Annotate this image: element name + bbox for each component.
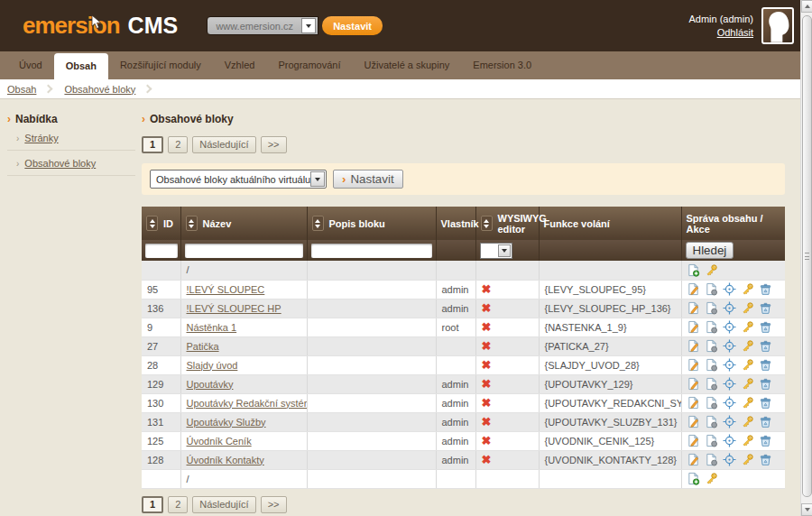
- block-link[interactable]: Úvodník Ceník: [187, 436, 252, 447]
- select-arrow-icon[interactable]: [498, 244, 511, 257]
- target-icon[interactable]: [723, 434, 736, 447]
- page-copy-icon[interactable]: [705, 415, 718, 428]
- target-icon[interactable]: [723, 339, 736, 353]
- sort-icon[interactable]: [146, 216, 158, 231]
- block-link[interactable]: Slajdy úvod: [187, 360, 238, 371]
- key-icon[interactable]: [741, 453, 754, 466]
- page-edit-icon[interactable]: [687, 282, 700, 296]
- block-link[interactable]: Úvodník Kontakty: [187, 455, 264, 465]
- tab-obsah[interactable]: Obsah: [54, 53, 108, 79]
- bin-icon[interactable]: [759, 377, 772, 391]
- last-page-button[interactable]: >>: [261, 136, 287, 153]
- site-select-arrow-icon[interactable]: [301, 18, 316, 33]
- bin-icon[interactable]: [759, 453, 772, 466]
- page-copy-icon[interactable]: [705, 339, 718, 353]
- target-icon[interactable]: [723, 415, 736, 428]
- key-icon[interactable]: [741, 282, 754, 296]
- filter-id-input[interactable]: [145, 244, 178, 258]
- bin-icon[interactable]: [759, 358, 772, 372]
- page-copy-icon[interactable]: [705, 396, 718, 410]
- key-icon[interactable]: [741, 339, 754, 353]
- key-icon[interactable]: [741, 377, 754, 391]
- key-icon[interactable]: [741, 301, 754, 315]
- search-button[interactable]: Hledej: [686, 242, 734, 259]
- target-icon[interactable]: [723, 282, 736, 296]
- next-page-button[interactable]: Následující: [192, 136, 255, 153]
- bin-icon[interactable]: [759, 339, 772, 353]
- page-copy-icon[interactable]: [705, 453, 718, 466]
- sort-icon[interactable]: [186, 216, 198, 231]
- page-edit-icon[interactable]: [687, 396, 700, 410]
- block-link[interactable]: !LEVÝ SLOUPEC HP: [187, 303, 281, 314]
- block-link[interactable]: Upoutávky Služby: [187, 417, 266, 428]
- bin-icon[interactable]: [759, 396, 772, 410]
- view-select-arrow-icon[interactable]: [310, 171, 325, 187]
- bin-icon[interactable]: [759, 320, 772, 334]
- block-link[interactable]: Patička: [187, 341, 219, 352]
- page-copy-icon[interactable]: [705, 320, 718, 334]
- block-link[interactable]: Nástěnka 1: [187, 322, 237, 333]
- tab-rozsirujici-moduly[interactable]: Rozšiřující moduly: [108, 51, 213, 79]
- block-link[interactable]: !LEVÝ SLOUPEC: [187, 284, 265, 295]
- site-set-button[interactable]: Nastavit: [322, 16, 383, 35]
- sort-icon[interactable]: [481, 216, 493, 231]
- page-edit-icon[interactable]: [687, 453, 700, 466]
- tab-uvod[interactable]: Úvod: [7, 51, 54, 79]
- page-button-2[interactable]: 2: [168, 136, 188, 153]
- filter-popis-input[interactable]: [311, 244, 432, 258]
- sidebar-item-label[interactable]: Obsahové bloky: [24, 158, 96, 169]
- target-icon[interactable]: [723, 453, 736, 466]
- page-button-1[interactable]: 1: [142, 496, 163, 513]
- page-copy-icon[interactable]: [705, 377, 718, 391]
- vertical-scrollbar[interactable]: [800, 0, 812, 516]
- page-edit-icon[interactable]: [687, 339, 700, 353]
- avatar[interactable]: [761, 7, 794, 44]
- target-icon[interactable]: [723, 377, 736, 391]
- scrollbar-thumb[interactable]: [802, 15, 812, 497]
- bin-icon[interactable]: [759, 301, 772, 315]
- next-page-button[interactable]: Následující: [192, 496, 255, 513]
- page-add-icon[interactable]: [687, 472, 700, 485]
- page-copy-icon[interactable]: [705, 282, 718, 296]
- key-icon[interactable]: [741, 396, 754, 410]
- sidebar-item-label[interactable]: Stránky: [24, 133, 58, 143]
- site-select[interactable]: www.emersion.cz: [207, 16, 318, 35]
- block-link[interactable]: Upoutávky Redakční systém: [187, 398, 308, 409]
- key-icon[interactable]: [741, 415, 754, 428]
- filter-nazev-input[interactable]: [185, 244, 303, 258]
- page-edit-icon[interactable]: [687, 320, 700, 334]
- logout-link[interactable]: Odhlásit: [717, 27, 753, 38]
- view-select[interactable]: Obsahové bloky aktuálního virtuálu: [150, 170, 327, 189]
- sort-icon[interactable]: [312, 216, 324, 231]
- target-icon[interactable]: [723, 301, 736, 315]
- key-icon[interactable]: [741, 320, 754, 334]
- key-icon[interactable]: [741, 358, 754, 372]
- page-edit-icon[interactable]: [687, 358, 700, 372]
- tab-emersion-3-0[interactable]: Emersion 3.0: [461, 51, 543, 79]
- target-icon[interactable]: [723, 320, 736, 334]
- key-icon[interactable]: [705, 472, 718, 485]
- page-button-1[interactable]: 1: [142, 136, 163, 153]
- sidebar-item-stranky[interactable]: ›Stránky: [7, 125, 135, 151]
- page-copy-icon[interactable]: [705, 434, 718, 447]
- page-copy-icon[interactable]: [705, 358, 718, 372]
- page-add-icon[interactable]: [687, 263, 700, 277]
- scroll-down-button[interactable]: [801, 503, 812, 516]
- page-edit-icon[interactable]: [687, 301, 700, 315]
- key-icon[interactable]: [705, 263, 718, 277]
- page-edit-icon[interactable]: [687, 434, 700, 447]
- view-set-button[interactable]: ›Nastavit: [333, 170, 403, 189]
- bin-icon[interactable]: [759, 282, 772, 296]
- breadcrumb-obsahove-bloky[interactable]: Obsahové bloky: [64, 84, 135, 95]
- page-button-2[interactable]: 2: [168, 496, 188, 513]
- sidebar-item-obsahove-bloky[interactable]: ›Obsahové bloky: [7, 151, 135, 176]
- bin-icon[interactable]: [759, 434, 772, 447]
- last-page-button[interactable]: >>: [261, 496, 287, 513]
- target-icon[interactable]: [723, 358, 736, 372]
- tab-programovani[interactable]: Programování: [266, 51, 352, 79]
- tab-uzivatele-a-skupiny[interactable]: Uživatelé a skupiny: [353, 51, 462, 79]
- page-copy-icon[interactable]: [705, 301, 718, 315]
- target-icon[interactable]: [723, 396, 736, 410]
- tab-vzhled[interactable]: Vzhled: [213, 51, 267, 79]
- page-edit-icon[interactable]: [687, 415, 700, 428]
